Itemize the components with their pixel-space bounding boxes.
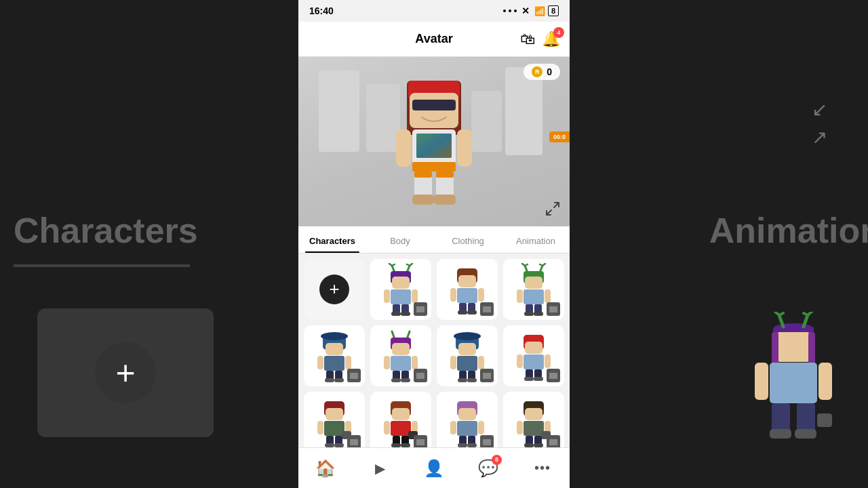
tab-clothing[interactable]: Clothing: [434, 226, 502, 253]
status-icons: ✕ 📶 8: [503, 5, 559, 16]
avatar-character: [393, 74, 475, 209]
characters-grid: +: [298, 253, 570, 447]
svg-rect-130: [384, 421, 390, 434]
collapse-icon: ↙: [812, 98, 827, 121]
svg-rect-61: [467, 310, 477, 314]
more-icon: •••: [534, 460, 551, 476]
grid-row-1: +: [304, 259, 564, 320]
nav-home[interactable]: 🏠: [311, 453, 340, 483]
svg-rect-46: [391, 289, 411, 304]
character-card-7[interactable]: [503, 325, 564, 386]
svg-rect-155: [534, 443, 543, 447]
svg-rect-72: [545, 289, 551, 303]
character-card-5[interactable]: [370, 325, 431, 386]
character-card-10[interactable]: [437, 392, 498, 447]
character-card-6[interactable]: [437, 325, 498, 386]
header-title: Avatar: [415, 32, 452, 46]
svg-rect-11: [770, 363, 817, 403]
add-character-card[interactable]: +: [304, 259, 365, 320]
svg-rect-144: [458, 443, 467, 447]
signal-dot-3: [514, 9, 517, 12]
bg-block-3: [505, 67, 542, 155]
expand-button[interactable]: [545, 201, 560, 220]
svg-rect-101: [457, 356, 477, 371]
nav-chat[interactable]: 💬 8: [473, 453, 503, 483]
avatar-icon: 👤: [424, 459, 444, 478]
phone-frame: 16:40 ✕ 📶 8 Avatar 🛍 🔔 4: [298, 0, 570, 488]
bg-add-button: +: [37, 308, 214, 437]
tab-characters-label: Characters: [309, 236, 355, 246]
svg-rect-120: [317, 421, 323, 434]
character-card-3[interactable]: [503, 259, 564, 320]
svg-rect-139: [457, 421, 477, 436]
svg-rect-75: [524, 312, 534, 316]
cart-icon[interactable]: 🛍: [520, 30, 535, 48]
expand-arrows-icon: [545, 201, 560, 216]
char-card-badge-6: [480, 369, 494, 382]
svg-rect-32: [414, 171, 432, 178]
svg-rect-57: [478, 288, 484, 302]
tab-characters[interactable]: Characters: [298, 226, 366, 253]
character-card-1[interactable]: [370, 259, 431, 320]
character-card-2[interactable]: [437, 259, 498, 320]
bg-block-4: [471, 91, 502, 152]
char-card-badge-7: [547, 369, 560, 382]
battery-icon: 8: [548, 5, 559, 16]
robux-coin-icon: R: [532, 66, 542, 77]
expand-icon: ↗: [812, 126, 827, 148]
svg-rect-9: [772, 332, 778, 366]
wifi-icon: 📶: [534, 6, 545, 16]
character-card-9[interactable]: [370, 392, 431, 447]
char-card-badge-10: [480, 435, 494, 447]
add-circle: +: [319, 274, 349, 304]
svg-rect-86: [334, 378, 344, 382]
main-char-svg: [393, 74, 475, 209]
char-card-badge-2: [480, 302, 494, 316]
char-card-badge-5: [414, 369, 427, 382]
svg-rect-69: [525, 277, 542, 289]
tab-animation[interactable]: Animation: [502, 226, 570, 253]
svg-rect-45: [392, 277, 410, 289]
grid-row-3: [304, 392, 564, 447]
svg-rect-103: [478, 356, 484, 369]
character-card-11[interactable]: [503, 392, 564, 447]
svg-rect-81: [317, 356, 323, 369]
svg-rect-52: [401, 312, 410, 316]
bg-characters-text: Characters: [14, 210, 198, 251]
svg-rect-92: [384, 356, 390, 369]
svg-rect-93: [412, 356, 418, 369]
svg-rect-85: [325, 378, 334, 382]
nav-play[interactable]: ▶: [365, 453, 395, 483]
svg-point-99: [454, 332, 481, 340]
timer-badge: 00:0: [549, 131, 570, 142]
svg-rect-13: [818, 363, 832, 400]
bg-left-content: Characters +: [0, 0, 298, 488]
bg-add-circle: +: [95, 342, 156, 403]
bg-animation-text: Animation: [709, 210, 868, 251]
tab-body[interactable]: Body: [366, 226, 434, 253]
svg-rect-107: [467, 378, 477, 382]
svg-rect-109: [525, 342, 542, 354]
character-card-8[interactable]: [304, 392, 365, 447]
svg-rect-128: [392, 408, 410, 420]
bottom-nav: 🏠 ▶ 👤 💬 8 •••: [298, 447, 570, 488]
nav-more[interactable]: •••: [528, 453, 557, 483]
svg-rect-97: [401, 378, 410, 382]
svg-rect-12: [755, 363, 768, 400]
svg-rect-29: [457, 129, 472, 167]
add-plus-icon: +: [329, 280, 339, 298]
x-mark: ✕: [521, 5, 530, 16]
notification-bell[interactable]: 🔔 4: [542, 30, 560, 48]
tab-bar: Characters Body Clothing Animation: [298, 226, 570, 253]
play-icon: ▶: [375, 460, 385, 476]
svg-rect-76: [534, 312, 543, 316]
svg-line-64: [525, 264, 528, 266]
nav-avatar[interactable]: 👤: [419, 453, 449, 483]
svg-rect-90: [392, 343, 410, 355]
bg-avatar-preview: [726, 298, 861, 461]
svg-rect-154: [524, 443, 534, 447]
bg-block-1: [319, 70, 359, 152]
svg-rect-91: [391, 356, 411, 371]
character-card-4[interactable]: [304, 325, 365, 386]
svg-line-7: [804, 313, 808, 315]
